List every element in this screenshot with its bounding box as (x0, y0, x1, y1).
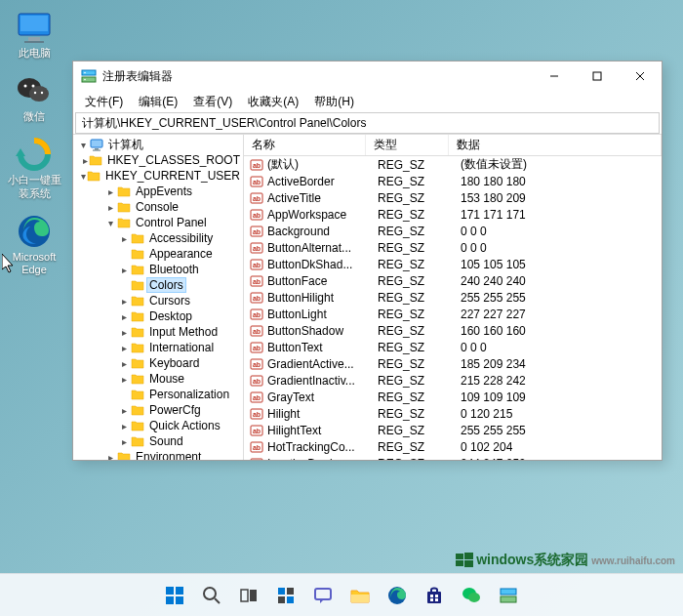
list-row[interactable]: abButtonDkShad...REG_SZ105 105 105 (244, 256, 662, 272)
taskbar-explorer[interactable] (344, 580, 376, 611)
tree-item[interactable]: ▸PowerCfg (73, 402, 243, 418)
expander-icon[interactable]: ▾ (77, 140, 89, 150)
expander-icon[interactable]: ▸ (118, 327, 130, 338)
list-row[interactable]: abGradientInactiv...REG_SZ215 228 242 (244, 372, 662, 389)
tree-item[interactable]: ▾计算机 (73, 137, 243, 152)
tree-item[interactable]: ▾Control Panel (73, 215, 243, 230)
expander-icon[interactable]: ▸ (104, 202, 116, 213)
list-row[interactable]: abActiveBorderREG_SZ180 180 180 (244, 173, 662, 189)
list-row[interactable]: abButtonTextREG_SZ0 0 0 (244, 339, 662, 355)
expander-icon[interactable]: ▾ (81, 171, 86, 182)
tree-label[interactable]: HKEY_CURRENT_USER (102, 169, 243, 183)
taskbar-edge[interactable] (382, 580, 413, 611)
list-row[interactable]: abButtonHilightREG_SZ255 255 255 (244, 289, 662, 306)
tree-label[interactable]: AppEvents (133, 185, 195, 198)
list-row[interactable]: abAppWorkspaceREG_SZ171 171 171 (244, 206, 662, 223)
tree-label[interactable]: Console (133, 200, 181, 214)
tree-label[interactable]: Bluetooth (146, 263, 202, 276)
list-row[interactable]: abHilightREG_SZ0 120 215 (244, 405, 662, 422)
minimize-button[interactable] (533, 62, 576, 91)
list-row[interactable]: abButtonShadowREG_SZ160 160 160 (244, 322, 662, 339)
tree-label[interactable]: Input Method (146, 325, 221, 339)
tree-label[interactable]: Personalization (146, 388, 232, 401)
tree-label[interactable]: International (146, 341, 217, 354)
tree-label[interactable]: Quick Actions (146, 419, 223, 432)
tree-item[interactable]: ▸International (73, 340, 243, 355)
tree-item[interactable]: ▸HKEY_CLASSES_ROOT (73, 152, 243, 168)
titlebar[interactable]: 注册表编辑器 (73, 62, 662, 91)
tree-label[interactable]: Accessibility (146, 231, 216, 245)
expander-icon[interactable]: ▸ (118, 311, 130, 322)
close-button[interactable] (619, 62, 662, 91)
tree-item[interactable]: ▸Console (73, 199, 243, 215)
desktop-icon-xiaobai[interactable]: 小白一键重装系统 (6, 137, 62, 199)
taskbar-start[interactable] (159, 580, 190, 611)
expander-icon[interactable]: ▸ (118, 358, 130, 369)
tree-label[interactable]: HKEY_CLASSES_ROOT (104, 153, 243, 167)
tree-item[interactable]: ▸AppEvents (73, 184, 243, 199)
tree-item[interactable]: ▸Accessibility (73, 230, 243, 246)
expander-icon[interactable]: ▸ (104, 452, 116, 461)
expander-icon[interactable]: ▸ (83, 155, 88, 166)
taskbar-taskview[interactable] (233, 580, 264, 611)
desktop-icon-wechat[interactable]: 微信 (6, 73, 62, 123)
list-row[interactable]: abHotTrackingCo...REG_SZ0 102 204 (244, 438, 662, 455)
list-row[interactable]: abHilightTextREG_SZ255 255 255 (244, 422, 662, 438)
list-row[interactable]: abInactiveBorderREG_SZ244 247 252 (244, 455, 662, 460)
taskbar-chat[interactable] (307, 580, 339, 611)
expander-icon[interactable]: ▸ (118, 233, 130, 244)
expander-icon[interactable]: ▸ (118, 421, 130, 431)
expander-icon[interactable]: ▸ (118, 265, 130, 275)
column-data[interactable]: 数据 (449, 135, 662, 155)
expander-icon[interactable]: ▸ (118, 405, 130, 416)
list-row[interactable]: abActiveTitleREG_SZ153 180 209 (244, 189, 662, 206)
taskbar-widgets[interactable] (270, 580, 301, 611)
tree-label[interactable]: Sound (146, 434, 186, 448)
tree-item[interactable]: ▸Mouse (73, 371, 243, 387)
tree-label[interactable]: Keyboard (146, 356, 202, 370)
list-row[interactable]: abBackgroundREG_SZ0 0 0 (244, 223, 662, 239)
list-pane[interactable]: 名称 类型 数据 ab(默认)REG_SZ(数值未设置)abActiveBord… (244, 135, 662, 460)
tree-label[interactable]: Cursors (146, 294, 193, 308)
expander-icon[interactable]: ▸ (118, 296, 130, 307)
list-row[interactable]: abButtonLightREG_SZ227 227 227 (244, 306, 662, 322)
taskbar-regedit[interactable] (493, 580, 524, 611)
desktop-icon-this-pc[interactable]: 此电脑 (6, 10, 62, 60)
tree-label[interactable]: Control Panel (133, 216, 210, 229)
taskbar-search[interactable] (196, 580, 227, 611)
expander-icon[interactable]: ▸ (104, 186, 116, 197)
list-row[interactable]: ab(默认)REG_SZ(数值未设置) (244, 156, 662, 173)
tree-label[interactable]: 计算机 (105, 137, 146, 153)
tree-item[interactable]: ▸Sound (73, 433, 243, 449)
expander-icon[interactable]: ▸ (118, 343, 130, 353)
tree-label[interactable]: Desktop (146, 309, 195, 323)
address-bar[interactable]: 计算机\HKEY_CURRENT_USER\Control Panel\Colo… (75, 112, 660, 134)
tree-label[interactable]: Colors (146, 277, 186, 293)
column-type[interactable]: 类型 (366, 135, 449, 155)
menu-help[interactable]: 帮助(H) (308, 92, 360, 112)
maximize-button[interactable] (576, 62, 619, 91)
tree-item[interactable]: ▸Keyboard (73, 355, 243, 371)
list-row[interactable]: abButtonFaceREG_SZ240 240 240 (244, 272, 662, 289)
list-row[interactable]: abGradientActive...REG_SZ185 209 234 (244, 355, 662, 372)
tree-item[interactable]: ▸Environment (73, 449, 243, 460)
expander-icon[interactable]: ▾ (104, 218, 116, 228)
tree-item[interactable]: Appearance (73, 246, 243, 262)
expander-icon[interactable]: ▸ (118, 374, 130, 385)
taskbar-store[interactable] (419, 580, 450, 611)
tree-label[interactable]: PowerCfg (146, 403, 204, 417)
tree-pane[interactable]: ▾计算机▸HKEY_CLASSES_ROOT▾HKEY_CURRENT_USER… (73, 135, 244, 460)
taskbar-wechat[interactable] (456, 580, 487, 611)
list-row[interactable]: abGrayTextREG_SZ109 109 109 (244, 389, 662, 405)
tree-item[interactable]: ▸Input Method (73, 324, 243, 340)
menu-edit[interactable]: 编辑(E) (133, 92, 183, 112)
menu-favorites[interactable]: 收藏夹(A) (242, 92, 304, 112)
tree-label[interactable]: Environment (133, 450, 204, 460)
menu-view[interactable]: 查看(V) (187, 92, 238, 112)
tree-item[interactable]: ▸Quick Actions (73, 418, 243, 433)
list-row[interactable]: abButtonAlternat...REG_SZ0 0 0 (244, 239, 662, 256)
tree-item[interactable]: Colors (73, 277, 243, 293)
tree-item[interactable]: ▸Cursors (73, 293, 243, 308)
tree-item[interactable]: Personalization (73, 387, 243, 402)
column-name[interactable]: 名称 (244, 135, 366, 155)
